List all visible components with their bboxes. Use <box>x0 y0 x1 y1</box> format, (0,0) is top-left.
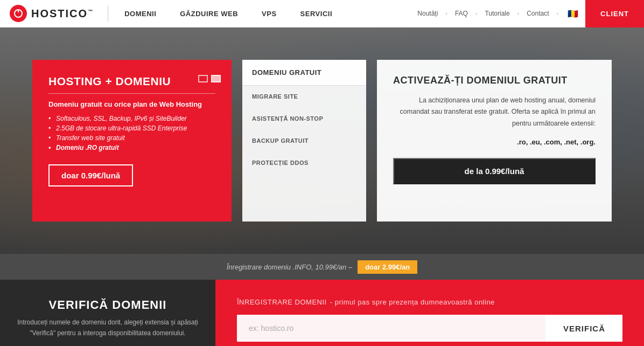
nav-item-domenii[interactable]: DOMENII <box>113 0 168 27</box>
activare-title: ACTIVEAZĂ-ȚI DOMENIUL GRATUIT <box>393 75 596 86</box>
view-icon-filled[interactable] <box>211 75 221 82</box>
nav-divider <box>108 5 108 22</box>
client-button[interactable]: CLIENT <box>585 0 644 27</box>
nav-tutoriale[interactable]: Tutoriale <box>485 10 509 17</box>
hosting-price-button[interactable]: doar 0.99€/lună <box>48 164 133 186</box>
card-activare: ACTIVEAZĂ-ȚI DOMENIUL GRATUIT La achiziț… <box>377 60 612 222</box>
bottom-left: VERIFICĂ DOMENII Introduceți numele de d… <box>0 280 215 346</box>
bottom-section: VERIFICĂ DOMENII Introduceți numele de d… <box>0 280 644 346</box>
card-domeniu-gratuit: DOMENIU GRATUIT MIGRARE SITE ASISTENȚĂ N… <box>242 60 366 222</box>
nav-item-servicii[interactable]: SERVICII <box>289 0 344 27</box>
nav-item-gazduire[interactable]: GĂZDUIRE WEB <box>168 0 250 27</box>
activare-extensions: .ro, .eu, .com, .net, .org. <box>393 138 596 146</box>
nav-contact[interactable]: Contact <box>527 10 549 17</box>
domeniu-header: DOMENIU GRATUIT <box>242 60 366 86</box>
nav-faq[interactable]: FAQ <box>455 10 468 17</box>
promo-text: Înregistrare domeniu .INFO, 10.99€/an – <box>227 263 352 271</box>
domeniu-item-migrare[interactable]: MIGRARE SITE <box>242 86 366 108</box>
logo[interactable]: HOSTICO™ <box>0 5 103 22</box>
verifica-desc: Introduceți numele de domeniu dorit, ale… <box>16 317 199 338</box>
promo-highlight[interactable]: doar 2.99€/an <box>358 260 417 274</box>
bottom-right: ÎNREGISTRARE DOMENII - primul pas spre p… <box>215 280 644 346</box>
feature-2: 2.5GB de stocare ultra-rapidă SSD Enterp… <box>48 123 215 133</box>
domeniu-items: MIGRARE SITE ASISTENȚĂ NON-STOP BACKUP G… <box>242 86 366 222</box>
domain-search-input[interactable] <box>237 315 546 342</box>
hosting-features: Softaculous, SSL, Backup, IPv6 și SiteBu… <box>48 114 215 153</box>
domain-form: VERIFICĂ <box>237 315 622 342</box>
card-view-icons <box>198 75 221 82</box>
card-hosting: HOSTING + DOMENIU Domeniu gratuit cu ori… <box>32 60 232 222</box>
activare-desc: La achiziționarea unui plan de web hosti… <box>393 95 596 129</box>
logo-icon <box>10 5 27 22</box>
hosting-title: HOSTING + DOMENIU <box>48 75 215 88</box>
language-flag[interactable]: 🇷🇴 <box>566 6 580 20</box>
nav-right: Noutăți • FAQ • Tutoriale • Contact • 🇷🇴 <box>417 6 585 20</box>
feature-1: Softaculous, SSL, Backup, IPv6 și SiteBu… <box>48 114 215 123</box>
hero-content: HOSTING + DOMENIU Domeniu gratuit cu ori… <box>0 27 644 254</box>
feature-4: Domeniu .RO gratuit <box>48 143 215 153</box>
domeniu-item-backup[interactable]: BACKUP GRATUIT <box>242 130 366 152</box>
navbar: HOSTICO™ DOMENII GĂZDUIRE WEB VPS SERVIC… <box>0 0 644 27</box>
nav-links: DOMENII GĂZDUIRE WEB VPS SERVICII <box>113 0 344 27</box>
logo-text: HOSTICO™ <box>31 8 94 20</box>
domeniu-item-protectie[interactable]: PROTECȚIE DDOS <box>242 152 366 174</box>
feature-3: Transfer web site gratuit <box>48 133 215 143</box>
hosting-divider <box>48 93 215 94</box>
promo-bar: Înregistrare domeniu .INFO, 10.99€/an – … <box>0 254 644 280</box>
verifica-title: VERIFICĂ DOMENII <box>49 298 167 312</box>
view-icon-outline[interactable] <box>198 75 208 82</box>
hero-section: HOSTING + DOMENIU Domeniu gratuit cu ori… <box>0 27 644 254</box>
inregistrare-title: ÎNREGISTRARE DOMENII - primul pas spre p… <box>237 295 622 307</box>
nav-item-vps[interactable]: VPS <box>250 0 289 27</box>
verify-button[interactable]: VERIFICĂ <box>546 315 622 342</box>
activare-price-button[interactable]: de la 0.99€/lună <box>393 158 596 184</box>
nav-noutati[interactable]: Noutăți <box>417 10 438 17</box>
domeniu-item-asistenta[interactable]: ASISTENȚĂ NON-STOP <box>242 108 366 130</box>
hosting-subtitle: Domeniu gratuit cu orice plan de Web Hos… <box>48 100 215 108</box>
